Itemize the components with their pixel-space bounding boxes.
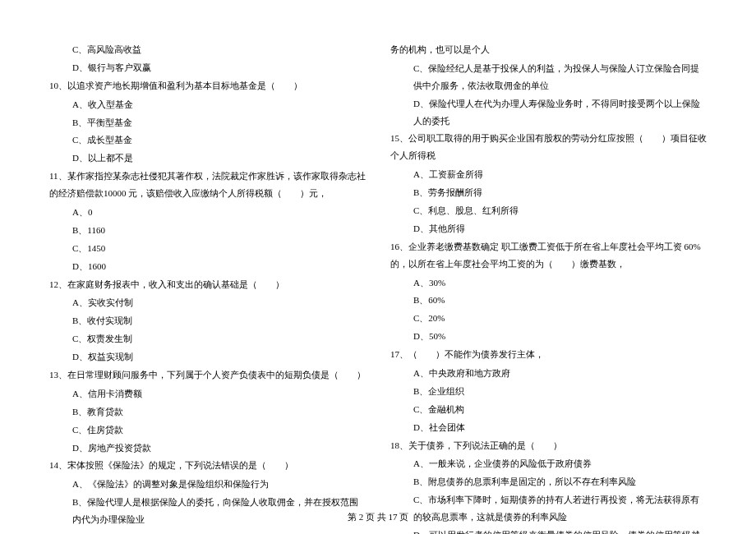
q12-option-a: A、实收实付制 xyxy=(49,294,366,311)
q14-option-b-part2: 务的机构，也可以是个人 xyxy=(390,41,707,58)
q17-option-c: C、金融机构 xyxy=(390,401,707,418)
q13: 13、在日常理财顾问服务中，下列属于个人资产负债表中的短期负债是（ ） xyxy=(49,366,366,384)
q16: 16、企业养老缴费基数确定 职工缴费工资低于所在省上年度社会平均工资 60%的，… xyxy=(390,238,707,273)
q18-option-b: B、附息债券的息票利率是固定的，所以不存在利率风险 xyxy=(390,473,707,490)
q16-option-c: C、20% xyxy=(390,310,707,327)
q14-option-c: C、保险经纪人是基于投保人的利益，为投保人与保险人订立保险合同提供中介服务，依法… xyxy=(390,60,707,94)
q17-option-b: B、企业组织 xyxy=(390,383,707,400)
q17-option-a: A、中央政府和地方政府 xyxy=(390,365,707,382)
left-column: C、高风险高收益 D、银行与客户双赢 10、以追求资产地长期增值和盈利为基本目标… xyxy=(49,41,366,509)
q11-option-d: D、1600 xyxy=(49,258,366,275)
right-column: 务的机构，也可以是个人 C、保险经纪人是基于投保人的利益，为投保人与保险人订立保… xyxy=(390,41,707,509)
q10-option-a: A、收入型基金 xyxy=(49,96,366,113)
q12-option-c: C、权责发生制 xyxy=(49,330,366,348)
q10: 10、以追求资产地长期增值和盈利为基本目标地基金是（ ） xyxy=(49,77,366,94)
q11-option-b: B、1160 xyxy=(49,222,366,239)
q15-option-c: C、利息、股息、红利所得 xyxy=(390,202,707,219)
q17: 17、（ ）不能作为债券发行主体， xyxy=(390,346,707,363)
q18-option-d: D、可以用发行者的信用等级来衡量债券的信用风险，债券的信用等级越高，债券的发行价 xyxy=(390,527,707,534)
q13-option-b: B、教育贷款 xyxy=(49,403,366,421)
q10-option-b: B、平衡型基金 xyxy=(49,114,366,131)
q11-option-a: A、0 xyxy=(49,204,366,221)
q13-option-c: C、住房贷款 xyxy=(49,421,366,439)
q12-option-d: D、权益实现制 xyxy=(49,348,366,366)
page-footer: 第 2 页 共 17 页 xyxy=(0,509,756,526)
q11: 11、某作家指控某杂志社侵犯其著作权，法院裁定作家胜诉，该作家取得杂志社的经济赔… xyxy=(49,168,366,202)
q13-option-a: A、信用卡消费额 xyxy=(49,385,366,403)
q9-option-d: D、银行与客户双赢 xyxy=(49,59,366,76)
q15: 15、公司职工取得的用于购买企业国有股权的劳动分红应按照（ ）项目征收个人所得税 xyxy=(390,130,707,164)
q16-option-a: A、30% xyxy=(390,274,707,292)
q16-option-b: B、60% xyxy=(390,292,707,309)
q18-option-a: A、一般来说，企业债券的风险低于政府债券 xyxy=(390,455,707,472)
q15-option-a: A、工资薪金所得 xyxy=(390,166,707,183)
q14-option-d: D、保险代理人在代为办理人寿保险业务时，不得同时接受两个以上保险人的委托 xyxy=(390,95,707,130)
q11-option-c: C、1450 xyxy=(49,240,366,257)
q16-option-d: D、50% xyxy=(390,328,707,345)
q14: 14、宋体按照《保险法》的规定，下列说法错误的是（ ） xyxy=(49,457,366,474)
q17-option-d: D、社会团体 xyxy=(390,419,707,436)
q9-option-c: C、高风险高收益 xyxy=(49,41,366,58)
q15-option-d: D、其他所得 xyxy=(390,220,707,237)
q13-option-d: D、房地产投资贷款 xyxy=(49,440,366,457)
q18: 18、关于债券，下列说法正确的是（ ） xyxy=(390,437,707,454)
q10-option-c: C、成长型基金 xyxy=(49,131,366,149)
q10-option-d: D、以上都不是 xyxy=(49,150,366,167)
q15-option-b: B、劳务报酬所得 xyxy=(390,184,707,201)
q14-option-a: A、《保险法》的调整对象是保险组织和保险行为 xyxy=(49,476,366,493)
q12: 12、在家庭财务报表中，收入和支出的确认基础是（ ） xyxy=(49,276,366,293)
q12-option-b: B、收付实现制 xyxy=(49,312,366,329)
